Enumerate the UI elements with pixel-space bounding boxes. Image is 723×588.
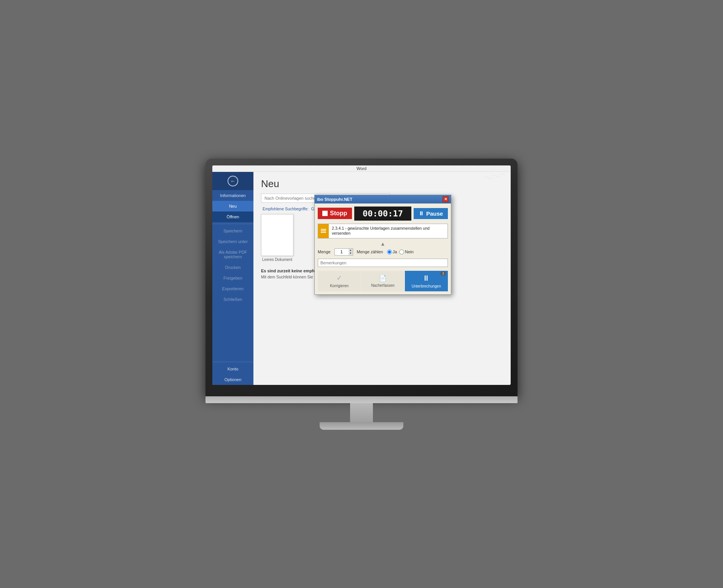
monitor-foot [320,422,403,430]
pause-button[interactable]: ⏸ Pause [414,208,448,219]
sidebar-item-freigeben[interactable]: Freigeben [212,273,253,283]
menge-down-button[interactable]: ▼ [349,252,353,255]
stopp-square-icon [322,211,328,216]
task-lines-icon [321,229,326,233]
main-content: Neu 🔍 Empfohlene Suchbegriffe: Geschäftl… [253,172,511,385]
menge-input-wrapper: ▲ ▼ [334,248,353,256]
dialog-body: Stopp 00:00:17 ⏸ Pause [315,203,451,294]
task-row: 2.3.4.1 - gewünschte Unterlagen zusammen… [318,224,448,238]
sidebar-item-als-adobe[interactable]: Als Adobe PDF speichern [212,247,253,262]
task-icon-col [318,224,329,238]
sidebar-item-schliessen[interactable]: Schließen [212,294,253,305]
screen: Word ← Informationen Neu Öffnen [212,165,511,385]
menge-spinners: ▲ ▼ [349,249,353,255]
sidebar-item-drucken[interactable]: Drucken [212,262,253,273]
monitor: Word ← Informationen Neu Öffnen [205,159,518,430]
sidebar-item-informationen[interactable]: Informationen [212,190,253,201]
sidebar-divider-2 [212,362,253,362]
word-app: ← Informationen Neu Öffnen Speichern [212,172,511,385]
decorative-birds [435,172,511,195]
arrow-indicator: ▲ [318,241,448,247]
dialog-close-button[interactable]: ✕ [443,196,449,202]
blank-doc-label: Leeres Dokument [261,257,293,262]
menge-up-button[interactable]: ▲ [349,249,353,252]
back-button[interactable]: ← [212,172,253,190]
radio-nein-input[interactable] [399,250,404,254]
radio-ja[interactable]: Ja [387,250,397,254]
bottom-buttons: ✓ Korrigieren 📄 Nacherfassen 3 [318,271,448,291]
unterbrechungen-button[interactable]: 3 ⏸ Unterbrechungen [405,271,448,291]
task-text: 2.3.4.1 - gewünschte Unterlagen zusammen… [329,224,447,238]
korrigieren-button[interactable]: ✓ Korrigieren [318,271,361,291]
sidebar-item-konto[interactable]: Konto [212,364,253,374]
pause2-icon: ⏸ [422,274,430,283]
menge-label: Menge [318,250,331,254]
sidebar-divider [212,224,253,224]
stopwatch-dialog: ibo Stoppuhr.NET ✕ Stopp [314,195,451,295]
remarks-input[interactable] [318,259,448,267]
sidebar-item-exportieren[interactable]: Exportieren [212,283,253,294]
dialog-titlebar: ibo Stoppuhr.NET ✕ [315,195,451,203]
nacherfassen-button[interactable]: 📄 Nacherfassen [361,271,404,291]
sidebar-item-speichern-unter[interactable]: Speichern unter [212,236,253,247]
blank-doc-container: Leeres Dokument [261,214,293,262]
radio-nein[interactable]: Nein [399,250,414,254]
radio-group: Ja Nein [387,250,414,254]
screen-bezel: Word ← Informationen Neu Öffnen [205,159,518,396]
doc-icon: 📄 [379,275,387,282]
sidebar-item-neu[interactable]: Neu [212,201,253,211]
sidebar-item-optionen[interactable]: Optionen [212,374,253,385]
stopp-button[interactable]: Stopp [318,208,352,219]
sidebar-item-oeffnen[interactable]: Öffnen [212,211,253,222]
monitor-neck [350,403,373,422]
sidebar-item-speichern[interactable]: Speichern [212,226,253,236]
window-title-bar: Word [212,165,511,172]
zahlen-label: Menge zählen [357,250,383,254]
unterbrechungen-badge: 3 [441,272,446,275]
pause-icon: ⏸ [419,210,424,216]
dialog-title: ibo Stoppuhr.NET [317,197,352,202]
back-circle-icon: ← [228,176,238,186]
blank-doc-thumbnail[interactable] [261,214,293,256]
monitor-base-top [205,396,518,403]
radio-ja-input[interactable] [387,250,392,254]
menge-input[interactable] [335,249,349,255]
sidebar: ← Informationen Neu Öffnen Speichern [212,172,253,385]
menge-row: Menge ▲ ▼ Menge zählen [318,248,448,256]
check-icon: ✓ [336,274,342,282]
timer-display: 00:00:17 [354,207,411,221]
window-title: Word [357,166,366,171]
timer-row: Stopp 00:00:17 ⏸ Pause [318,207,448,221]
